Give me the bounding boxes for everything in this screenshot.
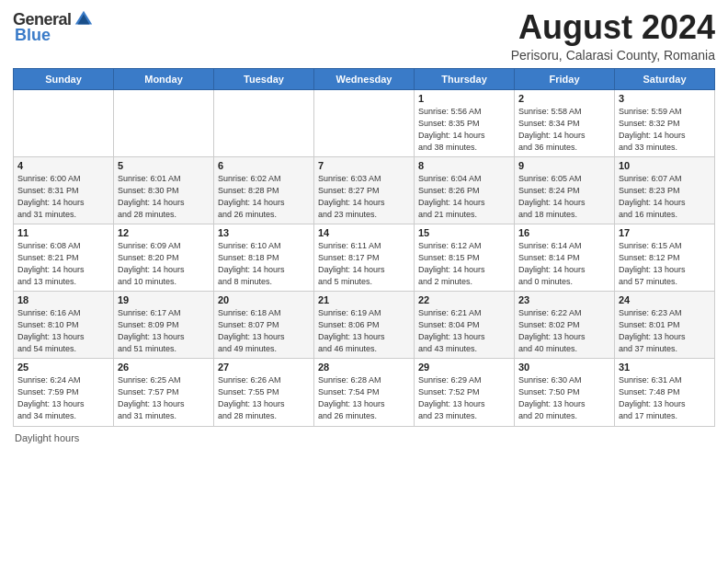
header-monday: Monday: [114, 68, 214, 89]
day-info: Sunrise: 6:07 AM Sunset: 8:23 PM Dayligh…: [619, 173, 711, 221]
table-row: 30Sunrise: 6:30 AM Sunset: 7:50 PM Dayli…: [515, 359, 615, 426]
day-number: 8: [418, 160, 510, 171]
day-number: 2: [518, 93, 610, 104]
day-number: 23: [518, 294, 610, 305]
table-row: 6Sunrise: 6:02 AM Sunset: 8:28 PM Daylig…: [214, 156, 314, 224]
day-number: 1: [418, 93, 510, 104]
header-thursday: Thursday: [415, 68, 515, 89]
table-row: 10Sunrise: 6:07 AM Sunset: 8:23 PM Dayli…: [615, 156, 715, 224]
day-info: Sunrise: 5:56 AM Sunset: 8:35 PM Dayligh…: [418, 106, 510, 154]
day-info: Sunrise: 6:31 AM Sunset: 7:48 PM Dayligh…: [619, 374, 711, 422]
day-number: 30: [518, 362, 610, 373]
table-row: 12Sunrise: 6:09 AM Sunset: 8:20 PM Dayli…: [114, 224, 214, 291]
table-row: 20Sunrise: 6:18 AM Sunset: 8:07 PM Dayli…: [214, 292, 314, 359]
table-row: 2Sunrise: 5:58 AM Sunset: 8:34 PM Daylig…: [515, 89, 615, 156]
day-info: Sunrise: 6:28 AM Sunset: 7:54 PM Dayligh…: [318, 374, 410, 422]
month-title: August 2024: [511, 9, 715, 46]
day-info: Sunrise: 6:10 AM Sunset: 8:18 PM Dayligh…: [218, 240, 310, 288]
day-number: 29: [418, 362, 510, 373]
calendar-table: Sunday Monday Tuesday Wednesday Thursday…: [13, 68, 715, 427]
day-info: Sunrise: 6:00 AM Sunset: 8:31 PM Dayligh…: [17, 173, 109, 221]
table-row: 31Sunrise: 6:31 AM Sunset: 7:48 PM Dayli…: [615, 359, 715, 426]
table-row: 18Sunrise: 6:16 AM Sunset: 8:10 PM Dayli…: [14, 292, 114, 359]
footer: Daylight hours: [13, 432, 715, 443]
day-number: 12: [118, 227, 210, 238]
table-row: 16Sunrise: 6:14 AM Sunset: 8:14 PM Dayli…: [515, 224, 615, 291]
day-info: Sunrise: 6:24 AM Sunset: 7:59 PM Dayligh…: [17, 374, 109, 422]
day-number: 17: [619, 227, 711, 238]
calendar-week-row: 25Sunrise: 6:24 AM Sunset: 7:59 PM Dayli…: [14, 359, 715, 426]
day-number: 26: [118, 362, 210, 373]
table-row: 4Sunrise: 6:00 AM Sunset: 8:31 PM Daylig…: [14, 156, 114, 224]
table-row: 29Sunrise: 6:29 AM Sunset: 7:52 PM Dayli…: [415, 359, 515, 426]
table-row: [314, 89, 415, 156]
table-row: [214, 89, 314, 156]
day-number: 18: [17, 294, 109, 305]
day-number: 28: [318, 362, 410, 373]
day-info: Sunrise: 5:58 AM Sunset: 8:34 PM Dayligh…: [518, 106, 610, 154]
day-number: 27: [218, 362, 310, 373]
logo: General Blue: [13, 9, 94, 45]
title-block: August 2024 Perisoru, Calarasi County, R…: [511, 9, 715, 63]
table-row: 28Sunrise: 6:28 AM Sunset: 7:54 PM Dayli…: [314, 359, 415, 426]
table-row: 21Sunrise: 6:19 AM Sunset: 8:06 PM Dayli…: [314, 292, 415, 359]
day-number: 31: [619, 362, 711, 373]
logo-icon: [74, 9, 94, 29]
calendar-week-row: 11Sunrise: 6:08 AM Sunset: 8:21 PM Dayli…: [14, 224, 715, 291]
table-row: 3Sunrise: 5:59 AM Sunset: 8:32 PM Daylig…: [615, 89, 715, 156]
table-row: 25Sunrise: 6:24 AM Sunset: 7:59 PM Dayli…: [14, 359, 114, 426]
table-row: 17Sunrise: 6:15 AM Sunset: 8:12 PM Dayli…: [615, 224, 715, 291]
table-row: [14, 89, 114, 156]
day-info: Sunrise: 6:23 AM Sunset: 8:01 PM Dayligh…: [619, 307, 711, 355]
table-row: 26Sunrise: 6:25 AM Sunset: 7:57 PM Dayli…: [114, 359, 214, 426]
header-tuesday: Tuesday: [214, 68, 314, 89]
day-info: Sunrise: 6:02 AM Sunset: 8:28 PM Dayligh…: [218, 173, 310, 221]
day-info: Sunrise: 6:16 AM Sunset: 8:10 PM Dayligh…: [17, 307, 109, 355]
day-info: Sunrise: 5:59 AM Sunset: 8:32 PM Dayligh…: [619, 106, 711, 154]
table-row: 8Sunrise: 6:04 AM Sunset: 8:26 PM Daylig…: [415, 156, 515, 224]
table-row: 13Sunrise: 6:10 AM Sunset: 8:18 PM Dayli…: [214, 224, 314, 291]
header-saturday: Saturday: [615, 68, 715, 89]
day-info: Sunrise: 6:03 AM Sunset: 8:27 PM Dayligh…: [318, 173, 410, 221]
table-row: 23Sunrise: 6:22 AM Sunset: 8:02 PM Dayli…: [515, 292, 615, 359]
day-number: 16: [518, 227, 610, 238]
day-info: Sunrise: 6:12 AM Sunset: 8:15 PM Dayligh…: [418, 240, 510, 288]
page: General Blue August 2024 Perisoru, Calar…: [0, 0, 728, 563]
day-number: 4: [17, 160, 109, 171]
table-row: [114, 89, 214, 156]
day-info: Sunrise: 6:21 AM Sunset: 8:04 PM Dayligh…: [418, 307, 510, 355]
day-info: Sunrise: 6:18 AM Sunset: 8:07 PM Dayligh…: [218, 307, 310, 355]
day-info: Sunrise: 6:19 AM Sunset: 8:06 PM Dayligh…: [318, 307, 410, 355]
table-row: 14Sunrise: 6:11 AM Sunset: 8:17 PM Dayli…: [314, 224, 415, 291]
header-wednesday: Wednesday: [314, 68, 415, 89]
day-info: Sunrise: 6:08 AM Sunset: 8:21 PM Dayligh…: [17, 240, 109, 288]
header-friday: Friday: [515, 68, 615, 89]
day-info: Sunrise: 6:09 AM Sunset: 8:20 PM Dayligh…: [118, 240, 210, 288]
calendar-week-row: 1Sunrise: 5:56 AM Sunset: 8:35 PM Daylig…: [14, 89, 715, 156]
table-row: 1Sunrise: 5:56 AM Sunset: 8:35 PM Daylig…: [415, 89, 515, 156]
table-row: 27Sunrise: 6:26 AM Sunset: 7:55 PM Dayli…: [214, 359, 314, 426]
header-sunday: Sunday: [14, 68, 114, 89]
day-number: 10: [619, 160, 711, 171]
day-number: 7: [318, 160, 410, 171]
table-row: 11Sunrise: 6:08 AM Sunset: 8:21 PM Dayli…: [14, 224, 114, 291]
day-number: 6: [218, 160, 310, 171]
day-number: 14: [318, 227, 410, 238]
day-info: Sunrise: 6:26 AM Sunset: 7:55 PM Dayligh…: [218, 374, 310, 422]
table-row: 19Sunrise: 6:17 AM Sunset: 8:09 PM Dayli…: [114, 292, 214, 359]
day-number: 3: [619, 93, 711, 104]
day-info: Sunrise: 6:22 AM Sunset: 8:02 PM Dayligh…: [518, 307, 610, 355]
table-row: 15Sunrise: 6:12 AM Sunset: 8:15 PM Dayli…: [415, 224, 515, 291]
calendar-week-row: 4Sunrise: 6:00 AM Sunset: 8:31 PM Daylig…: [14, 156, 715, 224]
day-info: Sunrise: 6:25 AM Sunset: 7:57 PM Dayligh…: [118, 374, 210, 422]
day-number: 15: [418, 227, 510, 238]
day-info: Sunrise: 6:14 AM Sunset: 8:14 PM Dayligh…: [518, 240, 610, 288]
day-number: 19: [118, 294, 210, 305]
day-number: 24: [619, 294, 711, 305]
day-info: Sunrise: 6:29 AM Sunset: 7:52 PM Dayligh…: [418, 374, 510, 422]
day-number: 11: [17, 227, 109, 238]
table-row: 7Sunrise: 6:03 AM Sunset: 8:27 PM Daylig…: [314, 156, 415, 224]
day-number: 22: [418, 294, 510, 305]
daylight-hours-label: Daylight hours: [15, 432, 79, 443]
header: General Blue August 2024 Perisoru, Calar…: [13, 9, 715, 63]
